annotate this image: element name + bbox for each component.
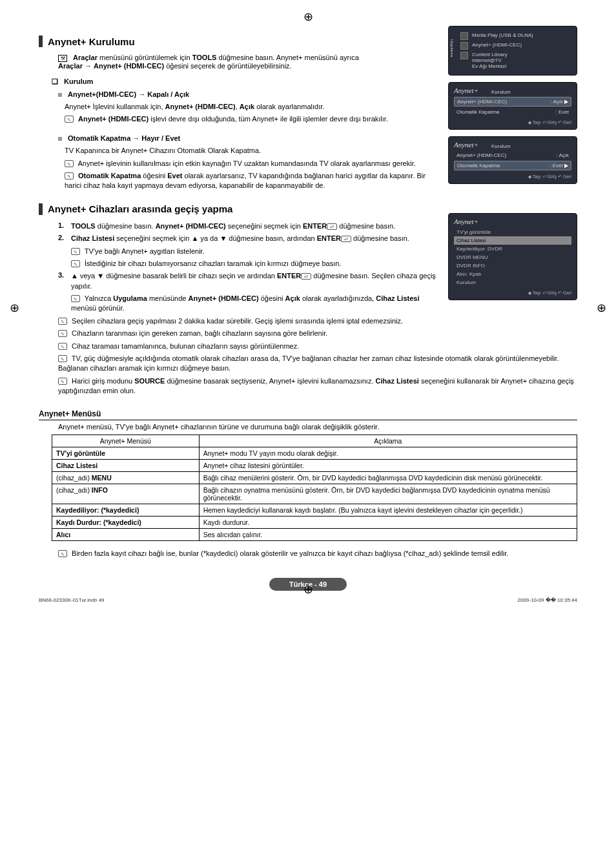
table-row: Kaydediliyor: (*kaydedici)Hemen kaydedic…	[52, 504, 577, 516]
step3-note-b: Uygulama	[113, 294, 147, 302]
osd3-row2: Otomatik Kapatma : Evet ▶	[454, 161, 571, 170]
step3-note-f: Açık	[285, 294, 300, 302]
note-icon-7: ✎	[58, 318, 67, 325]
item2-note1-text: Anynet+ işlevinin kullanılması için etki…	[77, 159, 415, 167]
extra-note5-a: Harici giriş modunu	[72, 377, 132, 385]
osd2-row2: Otomatik Kapatma : Evet	[454, 108, 571, 116]
enter-icon: ⏎	[327, 223, 337, 230]
osd2-r1a: Anynet+ (HDMI-CEC)	[457, 99, 507, 105]
item1-p1b: Anynet+ (HDMI-CEC)	[165, 103, 236, 110]
note-icon-9: ✎	[58, 343, 67, 350]
step3-note-e: öğesini	[261, 294, 283, 302]
extra-note3-text: Cihaz taraması tamamlanınca, bulunan cih…	[72, 342, 299, 350]
step2-d: düğmesine basın.	[353, 234, 409, 242]
osd2-title: Kurulum	[491, 89, 511, 95]
note-icon-3: ✎	[65, 172, 74, 179]
item2-title: Otomatik Kapatma → Hayır / Evet	[68, 134, 180, 142]
menu-cell-name: (cihaz_adı) MENU	[52, 471, 200, 484]
section-bar-icon-2	[39, 203, 43, 215]
osd3-r2a: Otomatik Kapatma	[457, 163, 500, 169]
note-icon-8: ✎	[58, 330, 67, 337]
document-footer: BN68-02330K-01Tur.indb 49 2009-10-09 �� …	[39, 597, 577, 603]
menu-intro: Anynet+ menüsü, TV'ye bağlı Anynet+ ciha…	[58, 423, 577, 431]
small-bullet-icon	[58, 93, 62, 97]
registration-mark-right: ⊕	[597, 301, 606, 315]
section-cihaz-gecis: Anynet+ Cihazları arasında geçiş yapma	[39, 203, 440, 215]
osd3-title: Kurulum	[491, 143, 511, 149]
osd2-r1b: : Açık	[550, 99, 563, 105]
araclar-label: Araçlar	[73, 54, 98, 61]
osd4-i7: Kurulum	[454, 278, 571, 287]
osd4-i6: Alıcı: Kpalı	[454, 270, 571, 278]
arrow-right-icon: ▶	[564, 99, 568, 105]
step1-d: seçeneğini seçmek için	[228, 222, 301, 230]
menu-cell-desc: Anynet+ modu TV yayın modu olarak değişi…	[199, 447, 577, 459]
osd4-i3: Kaydediliyor: DVDR	[454, 245, 571, 253]
bullet-icon: ❏	[52, 77, 58, 86]
note-icon-4: ✎	[71, 248, 80, 255]
note-icon-11: ✎	[58, 378, 67, 385]
step3-note: ✎ Yalnızca Uygulama menüsünde Anynet+ (H…	[71, 294, 440, 314]
step3-note-h: Cihaz Listesi	[376, 294, 419, 302]
step3-note-a: Yalnızca	[85, 294, 111, 302]
osd2-brand: Anynet+	[454, 87, 478, 94]
osd2-row1: Anynet+ (HDMI-CEC) : Açık ▶	[454, 97, 571, 107]
ogesini-1: öğesini	[143, 172, 167, 179]
section-title: Anynet+ Kurulumu	[48, 36, 135, 47]
step2-note2: ✎ İstediğiniz bir cihazı bulamıyorsanız …	[71, 259, 440, 269]
osd-application-menu: Uygulama Media Play (USB & DLNA) Anynet+…	[448, 26, 577, 76]
note-icon-10: ✎	[58, 355, 67, 362]
tools-label: TOOLS	[192, 54, 217, 61]
table-row: AlıcıSes alıcıdan çalınır.	[52, 528, 577, 540]
item2-note2-b: Evet	[167, 172, 182, 179]
osd4-i5: DVDR INFO	[454, 261, 571, 270]
extra-note2-text: Cihazların taranması için gereken zaman,…	[72, 329, 327, 337]
anynet-icon	[460, 42, 468, 50]
menu-footnote: ✎ Birden fazla kayıt cihazı bağlı ise, b…	[58, 549, 577, 558]
step2-c: ENTER	[317, 234, 341, 242]
extra-note5-b: SOURCE	[134, 377, 165, 385]
osd3-r2b: : Evet	[549, 163, 562, 169]
item-otomatik-kapatma: Otomatik Kapatma → Hayır / Evet	[58, 134, 440, 143]
osd1-r3b: Internet@TV	[472, 57, 508, 63]
registration-mark-left: ⊕	[10, 301, 19, 315]
item-anynet-hdmi: Anynet+(HDMI-CEC) → Kapalı / Açık	[58, 90, 440, 99]
osd3-row1: Anynet+ (HDMI-CEC) : Açık	[454, 151, 571, 159]
extra-note1: ✎ Seçilen cihazlara geçiş yapılması 2 da…	[58, 316, 577, 326]
step3-note-g: olarak ayarladığınızda,	[302, 294, 374, 302]
step2-note1-text: TV'ye bağlı Anynet+ aygıtları listelenir…	[85, 247, 205, 255]
menu-cell-name: Alıcı	[52, 528, 200, 540]
intro-paragraph: ⚒ Araçlar menüsünü görüntülemek için TOO…	[58, 54, 440, 70]
item1-title: Anynet+(HDMI-CEC) → Kapalı / Açık	[68, 90, 189, 98]
extra-note4-text: TV, güç düğmesiyle açıldığında otomatik …	[58, 354, 559, 372]
table-row: Cihaz ListesiAnynet+ cihaz listesini gör…	[52, 459, 577, 471]
note-icon-5: ✎	[71, 260, 80, 267]
note-icon: ✎	[65, 116, 74, 123]
enter-icon-3: ⏎	[301, 273, 311, 280]
menu-cell-desc: Ses alıcıdan çalınır.	[199, 528, 577, 540]
osd2-r2a: Otomatik Kapatma	[457, 109, 499, 115]
registration-mark-bottom: ⊕	[303, 582, 313, 597]
intro-text-1: menüsünü görüntülemek için	[99, 54, 190, 61]
item1-desc: Anynet+ İşlevini kullanmak için, Anynet+…	[65, 102, 440, 112]
step3-a: ▲ veya ▼ düğmesine basarak belirli bir c…	[71, 272, 275, 280]
menu-cell-desc: Hemen kaydediciyi kullanarak kaydı başla…	[199, 504, 577, 516]
menu-heading-text: Anynet+ Menüsü	[39, 409, 101, 418]
osd2-footer: ◆ Taşı ⏎ Giriş ↶ Geri	[454, 120, 571, 125]
small-bullet-icon-2	[58, 137, 62, 141]
item1-note-b: işlevi devre dışı olduğunda, tüm Anynet+…	[150, 115, 388, 123]
item2-note2-a: Otomatik Kapatma	[78, 172, 141, 179]
step3-note-d: Anynet+ (HDMI-CEC)	[189, 294, 259, 302]
item2-note2: ✎ Otomatik Kapatma öğesini Evet olarak a…	[65, 171, 440, 191]
table-row: (cihaz_adı) MENUBağlı cihaz menülerini g…	[52, 471, 577, 484]
step2-b: seçeneğini seçmek için ▲ ya da ▼ düğmesi…	[116, 234, 314, 242]
intro-line2-tail: öğesini seçerek de görüntüleyebilirsiniz…	[166, 62, 291, 70]
item2-note1: ✎ Anynet+ işlevinin kullanılması için et…	[65, 159, 440, 169]
step3-b: ENTER	[277, 272, 301, 280]
osd3-brand: Anynet+	[454, 141, 478, 148]
item2-p1: TV Kapanınca bir Anynet+ Cihazını Otomat…	[65, 146, 440, 156]
tools-icon: ⚒	[58, 55, 67, 62]
extra-note1-text: Seçilen cihazlara geçiş yapılması 2 daki…	[72, 317, 403, 325]
step2-num: 2.	[58, 234, 71, 243]
menu-cell-desc: Kaydı durdurur.	[199, 516, 577, 528]
